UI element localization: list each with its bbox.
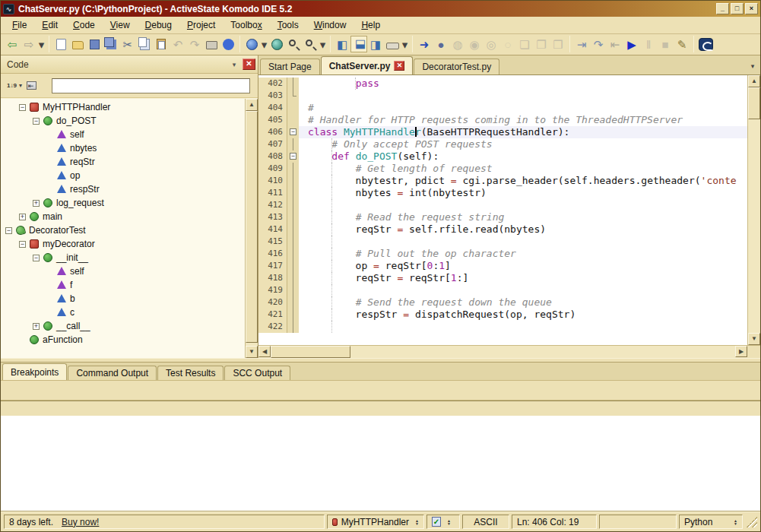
tree-item-c[interactable]: c: [1, 306, 245, 319]
save-all-button[interactable]: [103, 36, 119, 52]
show-current-statement-button[interactable]: ❏: [516, 36, 533, 52]
tab-close-button[interactable]: ✕: [394, 61, 404, 71]
tab-decoratortest-py[interactable]: DecoratorTest.py: [414, 59, 499, 74]
tree-item-nbytes[interactable]: nbytes: [1, 141, 245, 155]
undo-button[interactable]: ↶: [170, 36, 186, 52]
tree-item-log_request[interactable]: +log_request: [1, 196, 245, 210]
view-call-stack-button[interactable]: ❐: [533, 36, 550, 52]
step-out-button[interactable]: ⇤: [607, 36, 623, 52]
scrollbar-track[interactable]: [350, 346, 735, 358]
debug-break-button[interactable]: ◌: [499, 36, 516, 52]
menu-edit[interactable]: Edit: [35, 17, 65, 33]
code-filter-input[interactable]: [52, 78, 250, 93]
scroll-down-button[interactable]: ▼: [246, 346, 258, 358]
back-button[interactable]: ⇦: [4, 36, 21, 52]
step-over-button[interactable]: ↷: [590, 36, 607, 52]
tab-list-dropdown[interactable]: ▾: [747, 59, 759, 73]
minimize-button[interactable]: _: [716, 3, 729, 14]
macro-record-button[interactable]: ✎: [674, 36, 690, 52]
tree-item-myhttphandler[interactable]: −MyHTTPHandler: [1, 100, 245, 114]
run-button[interactable]: ▶: [623, 36, 640, 52]
menu-help[interactable]: Help: [354, 17, 387, 33]
step-into-button[interactable]: ⇥: [573, 36, 590, 52]
collapse-button[interactable]: −: [19, 241, 26, 248]
encoding-indicator[interactable]: ASCII: [462, 515, 509, 529]
collapse-button[interactable]: −: [5, 227, 12, 234]
tab-chatserver-py[interactable]: ChatServer.py✕: [321, 56, 414, 74]
sort-dropdown[interactable]: ▾: [19, 82, 22, 89]
toggle-right-pane-button[interactable]: ◨: [367, 36, 384, 52]
tab-test-results[interactable]: Test Results: [157, 366, 224, 380]
menu-code[interactable]: Code: [66, 17, 102, 33]
tree-item-__init__[interactable]: −__init__: [1, 251, 245, 264]
fold-margin[interactable]: [287, 248, 299, 260]
tree-item-self[interactable]: self: [1, 128, 245, 141]
tree-item-main[interactable]: +main: [1, 210, 245, 223]
browser-preview-dropdown[interactable]: ▾: [260, 36, 268, 52]
forward-dropdown[interactable]: ▾: [37, 36, 46, 52]
debug-go-button[interactable]: ➜: [416, 36, 433, 52]
expand-button[interactable]: +: [33, 323, 40, 330]
fold-margin[interactable]: −: [287, 150, 299, 163]
fold-collapse-button[interactable]: −: [290, 153, 296, 160]
fold-margin[interactable]: [287, 138, 299, 150]
tree-item-mydecorator[interactable]: −myDecorator: [1, 237, 245, 251]
tree-item-op[interactable]: op: [1, 169, 245, 182]
stop-button[interactable]: ■: [657, 36, 674, 52]
fold-margin[interactable]: [287, 199, 299, 211]
fold-margin[interactable]: [287, 211, 299, 223]
fold-margin[interactable]: [287, 309, 299, 321]
stepper-icon[interactable]: ▲▼: [447, 519, 451, 525]
resize-grip[interactable]: [747, 517, 757, 527]
find-button[interactable]: [285, 36, 302, 52]
collapse-button[interactable]: −: [19, 104, 26, 111]
scrollbar-thumb[interactable]: [748, 87, 760, 119]
pause-button[interactable]: ‖: [640, 36, 657, 52]
collapse-button[interactable]: −: [33, 118, 40, 125]
scrollbar-thumb[interactable]: [271, 346, 350, 358]
cut-button[interactable]: ✂: [119, 36, 136, 52]
tree-item-__call__[interactable]: +__call__: [1, 319, 245, 333]
fold-margin[interactable]: [287, 321, 299, 333]
close-button[interactable]: ×: [745, 3, 758, 14]
keybinding-button[interactable]: [384, 36, 401, 52]
redo-button[interactable]: ↷: [186, 36, 203, 52]
fold-margin[interactable]: [287, 90, 299, 102]
syntax-check-indicator[interactable]: ✓ ▲▼: [426, 515, 460, 529]
profile-script-button[interactable]: ◍: [449, 36, 466, 52]
tab-start-page[interactable]: Start Page: [260, 59, 320, 74]
expand-button[interactable]: +: [33, 200, 40, 207]
fold-margin[interactable]: [287, 296, 299, 309]
tab-scc-output[interactable]: SCC Output: [224, 366, 290, 380]
debug-detach-button[interactable]: ◎: [483, 36, 499, 52]
scroll-right-button[interactable]: ▶: [735, 346, 747, 357]
paste-button[interactable]: [153, 36, 170, 52]
fold-margin[interactable]: [287, 187, 299, 199]
fold-margin[interactable]: [287, 163, 299, 175]
maximize-button[interactable]: □: [731, 3, 744, 14]
menu-debug[interactable]: Debug: [138, 17, 179, 33]
menu-project[interactable]: Project: [180, 17, 222, 33]
tab-breakpoints[interactable]: Breakpoints: [2, 363, 67, 380]
toggle-left-pane-button[interactable]: ◧: [334, 36, 350, 52]
fold-margin[interactable]: [287, 272, 299, 284]
new-file-button[interactable]: [52, 36, 69, 52]
fold-margin[interactable]: [287, 102, 299, 114]
save-button[interactable]: [86, 36, 103, 52]
browser-preview-button[interactable]: [243, 36, 260, 52]
tree-scrollbar[interactable]: ▲ ▼: [245, 99, 258, 358]
menu-window[interactable]: Window: [307, 17, 354, 33]
fold-margin[interactable]: −: [287, 126, 299, 138]
scroll-down-button[interactable]: ▼: [748, 333, 760, 345]
debug-inspect-button[interactable]: ❒: [550, 36, 566, 52]
stepper-icon[interactable]: ▲▼: [415, 519, 419, 525]
tree-item-decoratortest[interactable]: −DecoratorTest: [1, 223, 245, 237]
filter-scope-button[interactable]: [27, 81, 36, 90]
fold-margin[interactable]: [287, 175, 299, 187]
tree-item-f[interactable]: f: [1, 278, 245, 292]
tree-item-self[interactable]: self: [1, 264, 245, 278]
debug-script-button[interactable]: ●: [433, 36, 449, 52]
sort-button[interactable]: 1↓9: [7, 82, 17, 89]
scrollbar-track[interactable]: [748, 119, 760, 333]
menu-file[interactable]: File: [5, 17, 33, 33]
